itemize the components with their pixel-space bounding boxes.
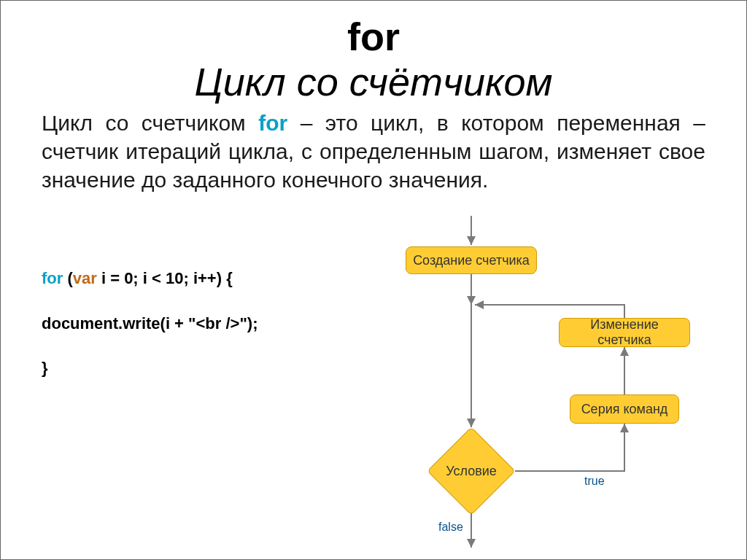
keyword-var: var [73,269,97,287]
description: Цикл со счетчиком for – это цикл, в кото… [1,109,746,194]
condition-label: Условие [427,427,515,515]
title-line2: Цикл со счётчиком [1,59,746,104]
node-condition: Условие [427,427,515,515]
node-series: Серия команд [570,394,679,424]
code-open: ( [63,269,72,287]
code-rest: i = 0; i < 10; i++) { [97,269,233,287]
code-line-2: document.write(i + "<br />"); [42,301,258,346]
code-snippet: for (var i = 0; i < 10; i++) { document.… [42,256,258,391]
node-create-counter: Создание счетчика [406,246,537,274]
desc-pre: Цикл со счетчиком [42,111,258,135]
title-line1: for [1,14,746,59]
keyword-for: for [42,269,63,287]
node-change-counter: Изменение счетчика [559,318,690,347]
title-block: for Цикл со счётчиком [1,1,746,104]
edge-true: true [584,475,605,488]
flowchart: Создание счетчика Изменение счетчика Сер… [365,216,747,559]
edge-false: false [438,521,463,534]
code-line-1: for (var i = 0; i < 10; i++) { [42,256,258,301]
desc-keyword: for [258,111,287,135]
code-line-3: } [42,346,258,391]
